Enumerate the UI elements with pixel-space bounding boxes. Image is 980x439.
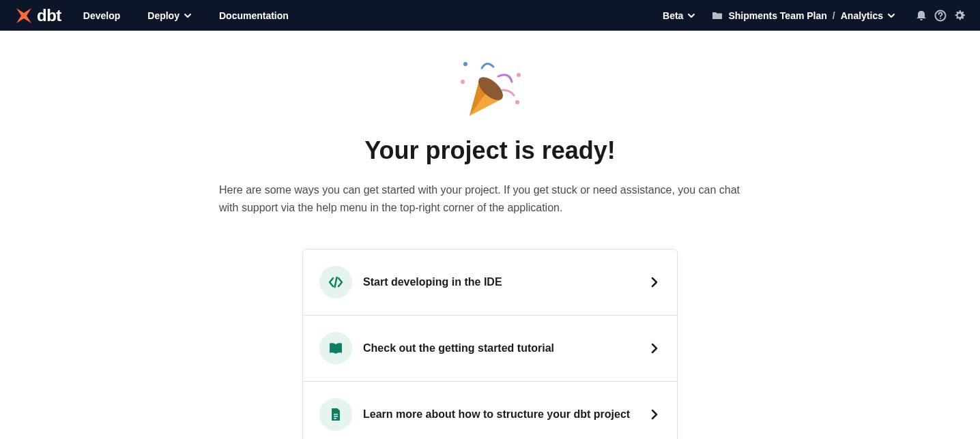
action-card-list: Start developing in the IDE Check out th… bbox=[302, 249, 678, 439]
svg-point-3 bbox=[461, 80, 465, 84]
svg-point-2 bbox=[958, 14, 962, 17]
svg-point-1 bbox=[940, 18, 941, 19]
page-title: Your project is ready! bbox=[364, 136, 615, 165]
nav-beta-label: Beta bbox=[663, 10, 683, 21]
nav-develop-label: Develop bbox=[83, 10, 120, 21]
chevron-down-icon bbox=[184, 12, 192, 20]
nav-plan-label[interactable]: Shipments Team Plan bbox=[728, 10, 826, 21]
gear-icon[interactable] bbox=[953, 9, 966, 22]
svg-point-6 bbox=[463, 62, 467, 66]
svg-line-8 bbox=[335, 277, 337, 287]
folder-icon bbox=[712, 10, 723, 21]
nav-documentation-label: Documentation bbox=[219, 10, 289, 21]
top-navbar: dbt Develop Deploy Documentation Beta Sh… bbox=[0, 0, 980, 31]
svg-point-5 bbox=[515, 100, 519, 104]
nav-deploy-label: Deploy bbox=[147, 10, 179, 21]
dbt-logo[interactable]: dbt bbox=[14, 5, 61, 26]
action-label: Check out the getting started tutorial bbox=[363, 342, 637, 354]
action-label: Learn more about how to structure your d… bbox=[363, 408, 637, 421]
party-popper-icon bbox=[456, 55, 524, 123]
chevron-right-icon bbox=[648, 408, 661, 421]
nav-analytics-dropdown[interactable]: Analytics bbox=[841, 10, 895, 21]
dbt-logo-icon bbox=[14, 5, 34, 26]
nav-documentation[interactable]: Documentation bbox=[214, 6, 294, 25]
chevron-right-icon bbox=[648, 276, 661, 288]
navbar-left: dbt Develop Deploy Documentation bbox=[14, 5, 294, 26]
svg-rect-11 bbox=[334, 418, 336, 419]
nav-icon-group bbox=[914, 9, 966, 22]
breadcrumb-separator: / bbox=[833, 10, 835, 21]
chevron-down-icon bbox=[687, 12, 695, 20]
chevron-down-icon bbox=[887, 12, 895, 20]
chevron-right-icon bbox=[648, 342, 661, 354]
help-icon[interactable] bbox=[934, 9, 947, 22]
main-content: Your project is ready! Here are some way… bbox=[0, 31, 980, 439]
code-icon bbox=[319, 266, 352, 299]
svg-rect-10 bbox=[334, 416, 338, 417]
svg-rect-9 bbox=[334, 414, 338, 415]
nav-project-breadcrumb: Shipments Team Plan / Analytics bbox=[712, 10, 895, 21]
dbt-logo-text: dbt bbox=[37, 6, 61, 25]
nav-beta[interactable]: Beta bbox=[663, 10, 695, 21]
action-develop-ide[interactable]: Start developing in the IDE bbox=[303, 249, 677, 316]
page-description: Here are some ways you can get started w… bbox=[219, 181, 761, 216]
action-getting-started[interactable]: Check out the getting started tutorial bbox=[303, 316, 677, 382]
svg-point-4 bbox=[517, 73, 521, 77]
bell-icon[interactable] bbox=[914, 9, 928, 22]
nav-deploy[interactable]: Deploy bbox=[142, 6, 197, 25]
document-icon bbox=[319, 398, 352, 431]
nav-analytics-label: Analytics bbox=[841, 10, 883, 21]
book-icon bbox=[319, 332, 352, 365]
nav-develop[interactable]: Develop bbox=[78, 6, 126, 25]
action-label: Start developing in the IDE bbox=[363, 276, 637, 288]
action-structure-project[interactable]: Learn more about how to structure your d… bbox=[303, 382, 677, 439]
navbar-right: Beta Shipments Team Plan / Analytics bbox=[663, 9, 966, 22]
